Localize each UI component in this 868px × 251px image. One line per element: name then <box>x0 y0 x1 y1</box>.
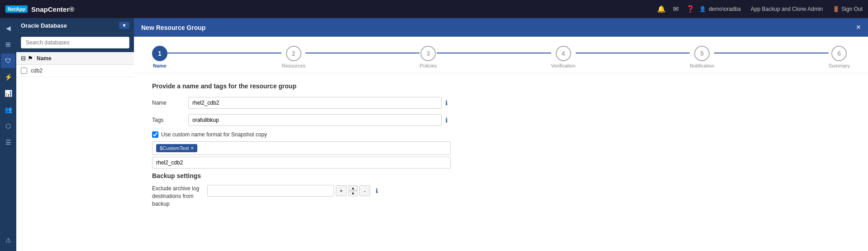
tags-group: Tags ℹ <box>152 114 850 126</box>
archive-up-button[interactable]: ▲ <box>348 185 358 191</box>
signout-label: Sign Out <box>841 6 863 12</box>
left-panel-table: ⊟ ⚑ Name cdb2 <box>16 52 134 251</box>
sidebar-icon-users[interactable]: 👥 <box>1 102 15 117</box>
nav-icons: 🔔 ✉ ❓ <box>657 5 695 13</box>
archive-info-icon[interactable]: ℹ <box>376 187 378 194</box>
app-title: SnapCenter® <box>31 5 74 13</box>
tag-input-area[interactable]: $CustomText × <box>152 141 451 155</box>
name-label: Name <box>152 100 188 106</box>
signout-button[interactable]: 🚪 Sign Out <box>833 6 863 12</box>
sidebar-icon-shield[interactable]: 🛡 <box>1 53 15 68</box>
col-name-header: Name <box>37 55 52 62</box>
custom-text-tag: $CustomText × <box>156 144 197 152</box>
nav-user[interactable]: 👤 demo\oradba <box>699 6 741 12</box>
sidebar-icon-apps[interactable]: ⊞ <box>1 37 15 52</box>
archive-clear-button[interactable]: × <box>336 185 347 196</box>
left-panel-search <box>16 33 134 52</box>
top-nav: NetApp SnapCenter® 🔔 ✉ ❓ 👤 demo\oradba A… <box>0 0 868 18</box>
custom-name-label: Use custom name format for Snapshot copy <box>161 131 267 138</box>
name-group: Name ℹ <box>152 97 850 109</box>
sidebar-icon-collapse[interactable]: ◀ <box>1 21 15 35</box>
step-circle-5: 5 <box>694 46 710 61</box>
bell-icon[interactable]: 🔔 <box>657 5 666 13</box>
step-circle-4: 4 <box>556 46 571 61</box>
tags-input[interactable] <box>188 114 442 126</box>
custom-name-input[interactable] <box>152 157 451 169</box>
step-line-2-3 <box>305 53 420 53</box>
custom-text-tag-label: $CustomText <box>160 145 189 151</box>
signout-icon: 🚪 <box>833 6 839 12</box>
step-circle-6: 6 <box>831 46 847 61</box>
app-role-label: App Backup and Clone Admin <box>751 6 823 12</box>
netapp-logo: NetApp <box>5 5 28 13</box>
content-title: New Resource Group <box>141 24 205 31</box>
archive-label: Exclude archive log destinations from ba… <box>152 185 202 208</box>
help-icon[interactable]: ❓ <box>686 5 695 13</box>
step-line-5-6 <box>714 53 828 53</box>
name-input[interactable] <box>188 97 442 109</box>
panel-title: Oracle Database <box>21 22 67 29</box>
form-content: Provide a name and tags for the resource… <box>134 73 868 251</box>
step-circle-2: 2 <box>286 46 301 61</box>
archive-group: Exclude archive log destinations from ba… <box>152 185 850 208</box>
archive-input-group: × ▲ ▼ - ℹ <box>207 185 378 197</box>
sidebar-icon-settings[interactable]: ☰ <box>1 135 15 150</box>
step-label-2: Resources <box>281 63 305 68</box>
header-icons: ⊟ ⚑ <box>21 55 33 62</box>
table-header: ⊟ ⚑ Name <box>16 52 134 65</box>
tags-info-icon[interactable]: ℹ <box>445 116 448 124</box>
sidebar-icon-warning[interactable]: ⚠ <box>1 233 15 247</box>
checkbox-group: Use custom name format for Snapshot copy <box>152 131 850 138</box>
panel-dropdown-button[interactable]: ▼ <box>119 22 129 29</box>
close-button[interactable]: × <box>856 23 861 32</box>
tags-label: Tags <box>152 117 188 123</box>
step-line-1-2 <box>167 53 281 53</box>
step-4[interactable]: 4 Verification <box>551 46 576 68</box>
name-info-icon[interactable]: ℹ <box>445 99 448 106</box>
step-2[interactable]: 2 Resources <box>281 46 305 68</box>
step-5[interactable]: 5 Notification <box>690 46 714 68</box>
content-header: New Resource Group × <box>134 18 868 37</box>
filter-icon[interactable]: ⊟ <box>21 55 26 62</box>
step-label-1: Name <box>153 63 167 68</box>
user-icon: 👤 <box>699 6 706 12</box>
sidebar-icon-activity[interactable]: ⚡ <box>1 70 15 84</box>
step-3[interactable]: 3 Policies <box>420 46 437 68</box>
step-line-4-5 <box>576 53 690 53</box>
step-circle-1: 1 <box>152 46 167 61</box>
step-label-3: Policies <box>420 63 437 68</box>
archive-minus-button[interactable]: - <box>359 185 370 196</box>
brand: NetApp SnapCenter® <box>5 5 653 13</box>
custom-text-tag-remove[interactable]: × <box>191 145 194 151</box>
step-circle-3: 3 <box>420 46 436 61</box>
archive-input[interactable] <box>207 185 334 197</box>
sidebar-icon-strip: ◀ ⊞ 🛡 ⚡ 📊 👥 ⬡ ☰ ⚠ <box>0 18 16 251</box>
row-name: cdb2 <box>31 68 43 74</box>
left-panel: Oracle Database ▼ ⊟ ⚑ Name cdb2 <box>16 18 134 251</box>
form-section-title: Provide a name and tags for the resource… <box>152 82 850 90</box>
mail-icon[interactable]: ✉ <box>673 5 679 13</box>
step-label-4: Verification <box>551 63 576 68</box>
user-name: demo\oradba <box>709 6 741 12</box>
stepper: 1 Name 2 Resources 3 Policies 4 Verifica… <box>134 37 868 73</box>
step-label-5: Notification <box>690 63 714 68</box>
table-row[interactable]: cdb2 <box>16 65 134 77</box>
sidebar-icon-topology[interactable]: ⬡ <box>1 119 15 133</box>
step-line-3-4 <box>437 53 551 53</box>
flag-icon[interactable]: ⚑ <box>28 55 33 62</box>
step-label-6: Summary <box>829 63 850 68</box>
archive-down-button[interactable]: ▼ <box>348 191 358 196</box>
tag-text-input[interactable] <box>200 145 447 151</box>
custom-name-checkbox[interactable] <box>152 131 158 138</box>
archive-spinner: ▲ ▼ <box>348 185 358 196</box>
content-area: New Resource Group × 1 Name 2 Resources … <box>134 18 868 251</box>
main-layout: ◀ ⊞ 🛡 ⚡ 📊 👥 ⬡ ☰ ⚠ Oracle Database ▼ ⊟ ⚑ … <box>0 18 868 251</box>
sidebar-icon-chart[interactable]: 📊 <box>1 86 15 101</box>
search-input[interactable] <box>21 37 129 48</box>
step-6[interactable]: 6 Summary <box>829 46 850 68</box>
row-checkbox[interactable] <box>21 68 27 74</box>
step-1[interactable]: 1 Name <box>152 46 167 68</box>
left-panel-header: Oracle Database ▼ <box>16 18 134 33</box>
backup-section-title: Backup settings <box>152 172 850 179</box>
